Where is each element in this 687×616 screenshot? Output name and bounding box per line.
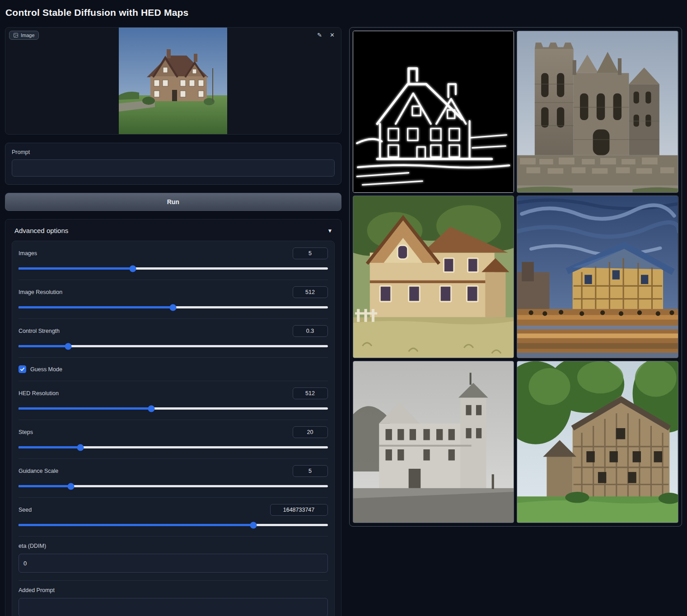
steps-label: Steps <box>19 429 33 435</box>
hed-map-image <box>353 31 514 192</box>
output-gallery <box>349 27 682 527</box>
added-prompt-input[interactable] <box>19 598 328 616</box>
advanced-options-accordion: Advanced options ▼ Images <box>5 219 341 616</box>
slider-fill <box>19 267 133 270</box>
seed-slider-row: Seed <box>19 498 328 537</box>
guidance-scale-value-input[interactable] <box>293 465 328 477</box>
seed-value-input[interactable] <box>270 504 328 516</box>
slider-thumb[interactable] <box>68 483 75 490</box>
gallery-item-timber-house[interactable] <box>517 361 678 523</box>
painterly-building-image <box>517 196 678 357</box>
image-resolution-label: Image Resolution <box>19 289 62 295</box>
hed-resolution-value-input[interactable] <box>293 387 328 399</box>
image-upload-panel[interactable]: Image ✎ ✕ <box>5 27 341 135</box>
advanced-options-header[interactable]: Advanced options ▼ <box>12 226 335 241</box>
eta-label: eta (DDIM) <box>19 543 328 549</box>
images-value-input[interactable] <box>293 247 328 259</box>
clear-image-button[interactable]: ✕ <box>328 30 337 39</box>
guess-mode-checkbox[interactable] <box>19 365 26 373</box>
wooden-house-image <box>353 196 514 357</box>
gallery-item-grayscale-building[interactable] <box>353 361 514 523</box>
image-icon <box>13 33 19 38</box>
slider-track[interactable] <box>19 306 328 308</box>
slider-track[interactable] <box>19 524 328 526</box>
control-strength-slider[interactable] <box>19 343 328 350</box>
hed-resolution-label: HED Resolution <box>19 390 59 397</box>
guidance-scale-slider-row: Guidance Scale <box>19 459 328 498</box>
control-strength-value-input[interactable] <box>293 325 328 337</box>
eta-input[interactable] <box>19 554 328 573</box>
gallery-item-wooden-house[interactable] <box>353 196 514 358</box>
guidance-scale-slider[interactable] <box>19 483 328 490</box>
page-title: Control Stable Diffusion with HED Maps <box>5 7 682 18</box>
guidance-scale-label: Guidance Scale <box>19 468 58 474</box>
slider-fill <box>19 306 173 308</box>
hed-resolution-slider[interactable] <box>19 405 328 412</box>
slider-thumb[interactable] <box>77 444 84 451</box>
slider-fill <box>19 407 151 410</box>
gallery-item-cathedral[interactable] <box>517 31 678 193</box>
cathedral-image <box>517 31 678 192</box>
image-actions: ✎ ✕ <box>315 30 337 39</box>
added-prompt-field: Added Prompt <box>19 581 328 616</box>
images-label: Images <box>19 250 37 257</box>
slider-thumb[interactable] <box>65 343 71 350</box>
slider-thumb[interactable] <box>130 265 136 272</box>
slider-fill <box>19 345 68 347</box>
control-strength-label: Control Strength <box>19 328 60 334</box>
run-button[interactable]: Run <box>5 193 341 211</box>
slider-fill <box>19 524 253 526</box>
prompt-input[interactable] <box>12 159 335 177</box>
guess-mode-label[interactable]: Guess Mode <box>30 366 62 373</box>
slider-track[interactable] <box>19 345 328 347</box>
control-strength-slider-row: Control Strength <box>19 319 328 358</box>
eta-field: eta (DDIM) <box>19 537 328 581</box>
right-column <box>349 27 682 527</box>
slider-fill <box>19 446 80 448</box>
advanced-options-title: Advanced options <box>14 227 68 234</box>
check-icon <box>20 367 25 372</box>
image-resolution-slider-row: Image Resolution <box>19 280 328 319</box>
image-resolution-value-input[interactable] <box>293 286 328 298</box>
hed-resolution-slider-row: HED Resolution <box>19 381 328 420</box>
slider-track[interactable] <box>19 446 328 448</box>
gallery-item-hed-map[interactable] <box>353 31 514 193</box>
added-prompt-label: Added Prompt <box>19 587 328 593</box>
slider-track[interactable] <box>19 407 328 410</box>
images-slider-row: Images <box>19 241 328 280</box>
timber-house-image <box>517 361 678 523</box>
slider-thumb[interactable] <box>250 522 257 528</box>
gallery-item-painterly-building[interactable] <box>517 196 678 358</box>
slider-thumb[interactable] <box>170 304 177 311</box>
chevron-down-icon: ▼ <box>327 228 333 234</box>
images-slider[interactable] <box>19 265 328 272</box>
steps-slider[interactable] <box>19 444 328 451</box>
prompt-section: Prompt <box>5 143 341 185</box>
grayscale-building-image <box>353 361 514 523</box>
advanced-controls: Images Image Resolution <box>12 241 335 616</box>
guess-mode-row: Guess Mode <box>19 358 328 381</box>
left-column: Image ✎ ✕ <box>5 27 341 616</box>
seed-label: Seed <box>19 507 32 513</box>
image-resolution-slider[interactable] <box>19 304 328 311</box>
app-root: Control Stable Diffusion with HED Maps I… <box>0 0 687 616</box>
slider-track[interactable] <box>19 267 328 270</box>
slider-thumb[interactable] <box>148 405 155 412</box>
seed-slider[interactable] <box>19 522 328 528</box>
steps-slider-row: Steps <box>19 420 328 459</box>
image-component-label: Image <box>9 31 39 40</box>
uploaded-house-image <box>119 28 227 135</box>
steps-value-input[interactable] <box>293 426 328 438</box>
prompt-label: Prompt <box>12 149 335 155</box>
edit-image-button[interactable]: ✎ <box>315 30 324 39</box>
slider-fill <box>19 485 71 487</box>
image-label-text: Image <box>21 33 35 38</box>
slider-track[interactable] <box>19 485 328 487</box>
